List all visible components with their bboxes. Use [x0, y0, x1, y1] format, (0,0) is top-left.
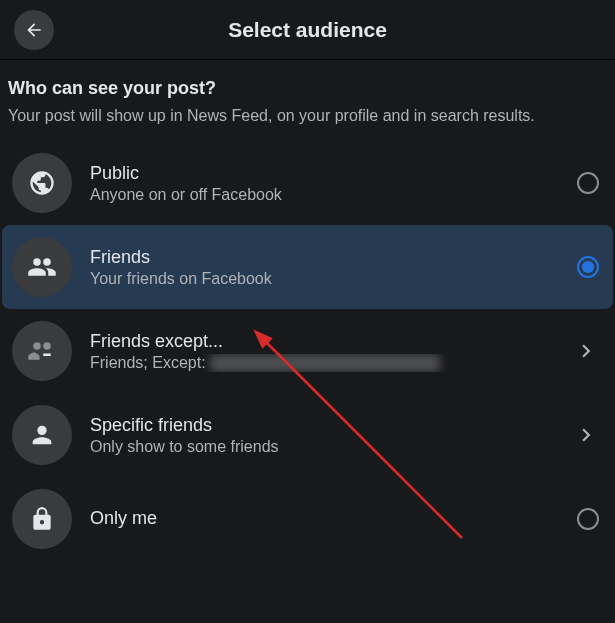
option-desc: Only show to some friends: [90, 438, 573, 456]
option-title: Public: [90, 163, 577, 184]
person-icon: [12, 405, 72, 465]
back-button[interactable]: [14, 10, 54, 50]
option-text: Only me: [90, 508, 577, 531]
audience-option-specific-friends[interactable]: Specific friends Only show to some frien…: [2, 393, 613, 477]
friends-icon: [12, 237, 72, 297]
radio-only-me[interactable]: [577, 508, 599, 530]
option-text: Friends except... Friends; Except:: [90, 331, 573, 373]
arrow-left-icon: [24, 20, 44, 40]
scroll-area[interactable]: Who can see your post? Your post will sh…: [0, 60, 615, 623]
radio-friends[interactable]: [577, 256, 599, 278]
option-desc: Anyone on or off Facebook: [90, 186, 577, 204]
lock-icon: [12, 489, 72, 549]
desc-prefix: Friends; Except:: [90, 354, 210, 371]
intro-title: Who can see your post?: [8, 78, 603, 99]
option-text: Public Anyone on or off Facebook: [90, 163, 577, 204]
globe-icon: [12, 153, 72, 213]
redacted-names: [210, 354, 440, 372]
option-title: Friends except...: [90, 331, 573, 352]
intro-desc: Your post will show up in News Feed, on …: [8, 105, 603, 127]
option-title: Specific friends: [90, 415, 573, 436]
audience-option-friends-except[interactable]: Friends except... Friends; Except:: [2, 309, 613, 393]
option-desc: Your friends on Facebook: [90, 270, 577, 288]
radio-public[interactable]: [577, 172, 599, 194]
audience-option-friends[interactable]: Friends Your friends on Facebook: [2, 225, 613, 309]
option-text: Friends Your friends on Facebook: [90, 247, 577, 288]
option-text: Specific friends Only show to some frien…: [90, 415, 573, 456]
page-title: Select audience: [228, 18, 387, 42]
chevron-right-icon: [573, 338, 599, 364]
intro-section: Who can see your post? Your post will sh…: [0, 60, 615, 141]
chevron-right-icon: [573, 422, 599, 448]
option-title: Friends: [90, 247, 577, 268]
audience-option-only-me[interactable]: Only me: [2, 477, 613, 561]
option-desc: Friends; Except:: [90, 354, 573, 373]
friends-except-icon: [12, 321, 72, 381]
header: Select audience: [0, 0, 615, 60]
option-title: Only me: [90, 508, 577, 529]
audience-option-public[interactable]: Public Anyone on or off Facebook: [2, 141, 613, 225]
